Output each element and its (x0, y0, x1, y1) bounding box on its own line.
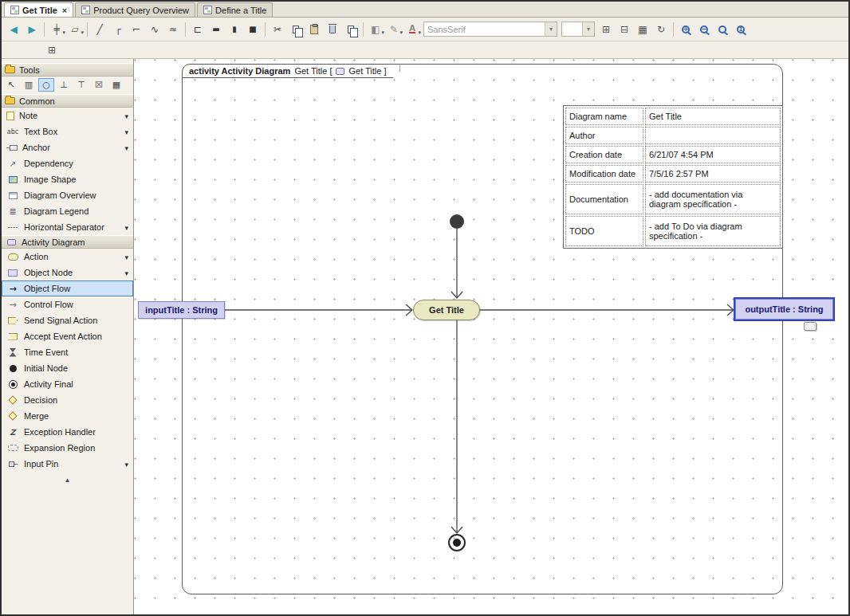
action-node-get-title[interactable]: Get Title (413, 300, 480, 320)
palette-item-activity-final[interactable]: Activity Final (2, 376, 133, 392)
palette-item-merge[interactable]: Merge (2, 408, 133, 424)
palette-item-decision[interactable]: Decision (2, 392, 133, 408)
curve-line-icon[interactable] (146, 21, 163, 38)
palette-item-exception-handler[interactable]: Exception Handler (2, 424, 133, 440)
refresh-icon[interactable] (652, 21, 670, 38)
font-color-icon[interactable] (403, 21, 421, 38)
center-tool-icon[interactable]: ⊤ (73, 78, 89, 92)
palette-item-anchor[interactable]: Anchor (2, 139, 133, 155)
make-same-height-icon[interactable] (226, 21, 243, 38)
zoom-one-to-one-icon[interactable] (732, 21, 750, 38)
action-icon (8, 253, 18, 261)
back-icon[interactable] (5, 21, 22, 38)
chevron-down-icon[interactable] (120, 459, 128, 469)
exception-handler-icon (6, 428, 19, 437)
tab-label: Get Title (22, 6, 57, 15)
palette-item-diagram-legend[interactable]: Diagram Legend (2, 203, 133, 219)
palette-item-initial-node[interactable]: Initial Node (2, 360, 133, 376)
cut-icon[interactable] (269, 21, 286, 38)
forward-icon[interactable] (23, 21, 41, 38)
palette-item-send-signal-action[interactable]: Send Signal Action (2, 312, 133, 328)
select-tool-icon[interactable]: ↖ (3, 78, 19, 92)
chevron-down-icon[interactable] (545, 22, 557, 36)
tab-define-a-title[interactable]: Define a Title (197, 2, 273, 17)
make-same-width-icon[interactable] (207, 21, 225, 38)
font-family-select[interactable]: SansSerif (423, 22, 557, 37)
palette-item-text-box[interactable]: Text Box (2, 124, 133, 139)
diagram-canvas[interactable]: activity Activity Diagram Get Title [ Ge… (134, 59, 848, 614)
chevron-down-icon[interactable] (120, 222, 128, 232)
rectilinear-line-icon[interactable] (109, 21, 127, 38)
delete-icon[interactable] (324, 21, 341, 38)
grid-tool-icon[interactable]: ▦ (108, 78, 124, 92)
copy-icon[interactable] (287, 21, 305, 38)
palette-section-tools[interactable]: Tools (2, 63, 133, 77)
palette-item-accept-event-action[interactable]: Accept Event Action (2, 328, 133, 344)
make-same-size-icon[interactable] (244, 21, 262, 38)
smart-manipulator-button[interactable] (804, 322, 817, 331)
item-label: Exception Handler (24, 427, 128, 437)
spline-line-icon[interactable] (164, 21, 182, 38)
output-pin-node-selected[interactable]: outputTitle : String (735, 299, 833, 320)
palette-item-input-pin[interactable]: Input Pin (2, 456, 133, 472)
pen-color-icon[interactable] (385, 21, 403, 38)
paste-icon[interactable] (305, 21, 323, 38)
chevron-down-icon[interactable] (120, 252, 128, 261)
zoom-out-icon[interactable] (695, 21, 713, 38)
chevron-down-icon[interactable] (582, 22, 594, 36)
close-tab-icon[interactable] (62, 6, 67, 15)
frame-kind-label: activity Activity Diagram (189, 66, 290, 76)
item-label: Merge (24, 411, 128, 421)
copy-pages-icon (293, 26, 299, 33)
bring-to-front-icon[interactable] (597, 21, 615, 38)
main-area: Tools ↖ ▥ ○ ⊥ ⊤ ☒ ▦ Common Note (2, 59, 848, 614)
item-label: Object Flow (24, 284, 128, 293)
resize-tool-icon[interactable]: ☒ (91, 78, 107, 92)
draw-line-icon[interactable] (91, 21, 108, 38)
secondary-toolbar (2, 41, 848, 59)
palette-item-image-shape[interactable]: Image Shape (2, 171, 133, 187)
palette-item-horizontal-separator[interactable]: Horizontal Separator (2, 219, 133, 235)
chevron-down-icon[interactable] (120, 143, 128, 152)
duplicate-icon[interactable] (342, 21, 360, 38)
palette-item-note[interactable]: Note (2, 108, 133, 124)
chevron-down-icon[interactable] (120, 268, 128, 277)
oblique-line-icon[interactable] (128, 21, 145, 38)
palette-item-expansion-region[interactable]: Expansion Region (2, 440, 133, 456)
align-tool-icon[interactable]: ⊥ (56, 78, 72, 92)
zoom-in-icon[interactable] (677, 21, 695, 38)
tab-get-title[interactable]: Get Title (4, 2, 73, 17)
diagram-info-table[interactable]: Diagram name Get Title Author Creation d… (563, 105, 783, 249)
palette-scroll-up-icon[interactable] (2, 474, 133, 485)
send-to-back-icon[interactable] (616, 21, 633, 38)
distribute-shapes-icon[interactable] (189, 21, 207, 38)
palette-item-diagram-overview[interactable]: Diagram Overview (2, 187, 133, 203)
input-pin-node[interactable]: inputTitle : String (138, 301, 225, 319)
palette-section-activity-diagram[interactable]: Activity Diagram (2, 235, 133, 249)
initial-node[interactable] (450, 214, 464, 229)
palette-section-common[interactable]: Common (2, 94, 133, 108)
add-shape-icon[interactable] (66, 21, 84, 38)
palette-item-object-flow[interactable]: Object Flow (2, 281, 133, 296)
containment-icon[interactable] (43, 41, 61, 59)
draw-shape-tool-icon[interactable]: ○ (38, 78, 54, 92)
table-value-cell: - add To Do via diagram specification - (645, 216, 781, 246)
chevron-down-icon[interactable] (120, 127, 128, 136)
font-size-select[interactable] (561, 22, 595, 37)
table-row: Documentation - add documentation via di… (565, 183, 781, 215)
swimlanes-icon[interactable] (48, 21, 65, 38)
fill-color-icon[interactable] (367, 21, 384, 38)
clipboard-icon (310, 25, 318, 34)
palette-item-action[interactable]: Action (2, 249, 133, 265)
item-label: Control Flow (24, 300, 128, 309)
palette-item-control-flow[interactable]: Control Flow (2, 296, 133, 312)
palette-item-object-node[interactable]: Object Node (2, 265, 133, 281)
chevron-down-icon[interactable] (120, 111, 128, 120)
browse-tool-icon[interactable]: ▥ (21, 78, 37, 92)
activity-final-node[interactable] (448, 534, 466, 551)
palette-item-time-event[interactable]: Time Event (2, 344, 133, 360)
tab-product-query-overview[interactable]: Product Query Overview (75, 2, 195, 17)
palette-item-dependency[interactable]: Dependency (2, 155, 133, 171)
fit-in-window-icon[interactable] (714, 21, 731, 38)
edit-compartments-icon[interactable] (634, 21, 651, 38)
